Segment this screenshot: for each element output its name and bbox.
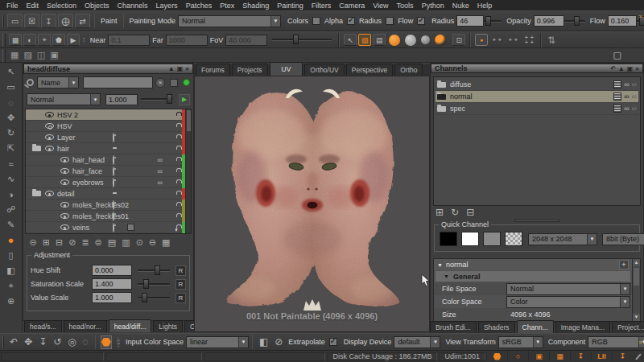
toolbar-overflow-icon[interactable]: »: [639, 13, 642, 20]
paint-buffer-icon[interactable]: ⊡: [452, 34, 465, 46]
hue-shift-knob[interactable]: [155, 265, 160, 275]
bucket-export-icon[interactable]: ↧: [612, 352, 633, 361]
value-scale-knob[interactable]: [142, 293, 147, 302]
channel-row[interactable]: spec ∞∞: [436, 103, 638, 115]
undo-icon[interactable]: ↶: [10, 336, 18, 348]
scrollbar-thumb[interactable]: [634, 268, 639, 286]
tab-ortho-uv[interactable]: Ortho/UV: [304, 64, 344, 76]
visibility-eye-icon[interactable]: [60, 224, 69, 230]
duplicate-layer-icon[interactable]: ⊜: [95, 237, 102, 248]
visibility-eye-icon[interactable]: [60, 157, 69, 162]
input-color-space-select[interactable]: linear▼: [186, 336, 249, 348]
flat-sphere-icon[interactable]: [389, 35, 400, 46]
colors-checkbox[interactable]: [312, 17, 320, 25]
quick-channel-depth-select[interactable]: 8bit (Byte)▼: [602, 233, 644, 245]
opacity-field[interactable]: 0.996: [534, 15, 564, 27]
reset-button[interactable]: R: [175, 293, 186, 303]
scrollbar-thumb[interactable]: [187, 110, 191, 131]
color-hex-icon[interactable]: [101, 335, 112, 349]
layer-row[interactable]: HSV 2: [26, 109, 185, 121]
toolbar-grip[interactable]: [2, 49, 6, 62]
visibility-eye-icon[interactable]: [45, 134, 54, 140]
layers-panel-titlebar[interactable]: head/diffuse ▲ ▣ ×: [23, 64, 193, 74]
mask-thumbnail-icon[interactable]: [127, 224, 134, 231]
mirror-x-icon[interactable]: ++: [491, 38, 502, 43]
merge-layers-icon[interactable]: ≣: [81, 237, 89, 248]
menu-shading[interactable]: Shading: [238, 2, 273, 10]
menu-help[interactable]: Help: [473, 2, 497, 10]
menu-nuke[interactable]: Nuke: [448, 2, 473, 10]
blur-tool-icon[interactable]: ◑: [3, 187, 19, 202]
clear-filter-icon[interactable]: ×: [155, 78, 165, 88]
channel-row[interactable]: normal ∞∞: [436, 91, 638, 103]
lighting-cube-icon[interactable]: ▩: [9, 34, 22, 46]
pan-view-icon[interactable]: ✥: [24, 336, 32, 348]
no-extrapolate-icon[interactable]: ⊘: [275, 336, 283, 348]
visibility-eye-icon[interactable]: [60, 168, 69, 174]
roll-view-icon[interactable]: ↺: [53, 336, 61, 348]
quick-channel-size-select[interactable]: 2048 x 2048▼: [528, 233, 597, 245]
menu-tools[interactable]: Tools: [393, 2, 418, 10]
add-property-button[interactable]: +: [619, 260, 629, 269]
select-arrow-icon[interactable]: ↖: [344, 34, 357, 46]
tab-channels[interactable]: Chann...: [517, 320, 554, 333]
color-space-select[interactable]: Color▼: [506, 296, 630, 308]
select-icon[interactable]: ↖: [3, 64, 19, 80]
menu-view[interactable]: View: [369, 2, 392, 10]
alpha-checkbox[interactable]: [347, 17, 355, 25]
saturation-scale-field[interactable]: 1.400: [92, 278, 132, 290]
lasso-view-icon[interactable]: ◌: [83, 336, 89, 348]
paint-brush-icon[interactable]: ✎: [3, 217, 19, 232]
group-expander-icon[interactable]: [32, 146, 41, 151]
menu-patches[interactable]: Patches: [182, 2, 217, 10]
patch-select-icon[interactable]: ▦: [10, 50, 19, 60]
snapshot-icon[interactable]: ↶: [610, 65, 616, 72]
close-project-icon[interactable]: ☒: [24, 14, 39, 28]
mirror-off-icon[interactable]: ●: [475, 34, 488, 46]
menu-objects[interactable]: Objects: [80, 2, 114, 10]
layer-row[interactable]: eyebrows ∞: [26, 177, 185, 188]
reset-button[interactable]: R: [175, 279, 186, 290]
view-transform-select[interactable]: sRGB▼: [498, 336, 543, 348]
saturation-scale-slider[interactable]: [138, 283, 170, 286]
layer-row[interactable]: moles_freckles01: [26, 211, 185, 222]
mirror-brush-icon[interactable]: ⇅: [547, 35, 555, 46]
menu-python[interactable]: Python: [418, 2, 448, 10]
general-section-header[interactable]: ▼ General: [436, 271, 630, 282]
basic-lit-sphere-icon[interactable]: [405, 35, 416, 46]
eraser-icon[interactable]: ▯: [3, 248, 19, 263]
rotate-icon[interactable]: ↻: [3, 125, 19, 141]
tab-brush-editor[interactable]: Brush Edi...: [430, 321, 477, 333]
painting-mode-select[interactable]: Normal▼: [178, 15, 281, 27]
display-device-select[interactable]: default▼: [394, 336, 440, 348]
gradient-icon[interactable]: ◧: [3, 263, 19, 278]
layer-group-row[interactable]: detail: [26, 188, 185, 200]
saturation-scale-knob[interactable]: [143, 279, 149, 289]
visibility-eye-icon[interactable]: [45, 123, 54, 129]
shadow-eye-icon[interactable]: ◐: [23, 34, 36, 46]
project-hex-icon[interactable]: [486, 352, 507, 361]
gray-swatch[interactable]: [483, 232, 501, 246]
flatten-icon[interactable]: ▥: [122, 237, 130, 248]
tab-head-diffuse[interactable]: head/diff...: [109, 319, 152, 332]
add-layer-icon[interactable]: ⊟: [56, 237, 63, 248]
value-scale-slider[interactable]: [138, 297, 170, 299]
bake-point-icon[interactable]: ○: [507, 352, 528, 361]
tab-head-normal[interactable]: head/nor...: [64, 320, 107, 332]
visibility-eye-icon[interactable]: [45, 191, 54, 196]
scale-icon[interactable]: ⇱: [3, 141, 19, 156]
focus-target-icon[interactable]: ⌖: [38, 34, 51, 46]
group-expander-icon[interactable]: [32, 191, 41, 196]
opacity-slider[interactable]: [564, 20, 585, 23]
blend-mode-select[interactable]: Normal▼: [27, 93, 101, 105]
component-select[interactable]: RGB▼: [588, 336, 644, 348]
image-lut-icon[interactable]: ◧: [259, 336, 268, 348]
layer-row[interactable]: veins: [26, 222, 185, 233]
memory-bars-icon[interactable]: LII: [591, 352, 612, 361]
toolbar-overflow-icon[interactable]: »: [639, 339, 642, 346]
mirror-xy-icon[interactable]: ++++: [523, 35, 535, 45]
opacity-slider-knob[interactable]: [574, 16, 580, 26]
dolly-icon[interactable]: ↧: [39, 336, 47, 348]
zoom-tool-icon[interactable]: ⊕: [3, 294, 19, 309]
properties-header[interactable]: ▼ normal +: [434, 259, 632, 270]
